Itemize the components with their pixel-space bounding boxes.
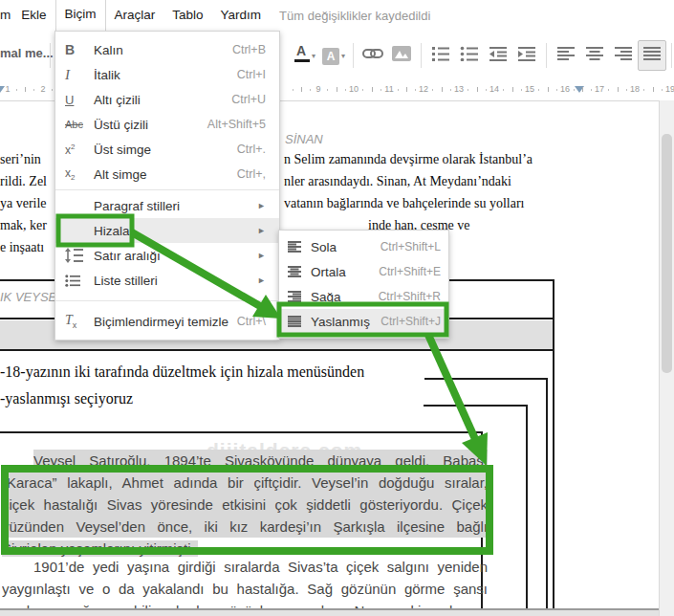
ruler-tick (503, 89, 504, 91)
toolbar-buttons: A▾A▾▾ (291, 40, 674, 71)
format-menu-item-i-talik[interactable]: IİtalikCtrl+I (55, 62, 279, 87)
ruler-tick (538, 89, 539, 91)
menu-item-label: Paragraf stilleri (94, 199, 257, 213)
paragraph-style-selector[interactable]: mal me... (0, 46, 54, 60)
ruler-tick (301, 87, 302, 92)
align-justify-button[interactable] (638, 40, 666, 71)
scrollbar-thumb[interactable] (662, 134, 672, 373)
format-menu-item-sat-r-aral-[interactable]: Satır aralığı► (55, 243, 279, 268)
ruler-tick (16, 89, 17, 91)
doc-text-fragment-left[interactable]: mak, ker (0, 218, 47, 233)
paragraph-line[interactable]: yaygınlaştı ve o da yakalandı bu hastalı… (2, 578, 488, 600)
clear-formatting-icon: Tx (65, 313, 94, 330)
ruler-tick (33, 89, 34, 91)
align-center-button[interactable] (580, 40, 609, 71)
submenu-arrow-icon: ► (257, 201, 266, 210)
vertical-scrollbar[interactable] (659, 100, 674, 616)
italic-icon: I (65, 67, 94, 83)
selected-paragraph-line[interactable]: çiçek hastalığı Sivas yöresinde etkisini… (2, 494, 488, 516)
format-menu-item-alt-izili[interactable]: UAltı çiziliCtrl+U (55, 87, 279, 112)
menu-item-label: Yaslanmış (311, 315, 380, 329)
ruler-number: 15 (525, 84, 534, 94)
insert-link-button[interactable] (359, 40, 387, 71)
ruler-tick (512, 87, 513, 92)
selected-paragraph-line[interactable]: yüzünden Veysel’den önce, iki kız kardeş… (2, 516, 488, 538)
align-left-button[interactable] (552, 40, 580, 71)
align-submenu-item-yaslanm-[interactable]: YaslanmışCtrl+Shift+J (279, 309, 448, 334)
ruler-tick (450, 89, 451, 91)
text-color-button[interactable]: A▾ (291, 40, 319, 71)
ruler-tick (582, 87, 583, 92)
highlight-color-button[interactable]: A▾ (319, 40, 348, 71)
strikethrough-icon: Abc (65, 119, 94, 130)
align-justify-icon (643, 47, 661, 64)
chevron-down-icon[interactable]: ▾ (341, 52, 345, 60)
ruler-number: 13 (454, 84, 464, 94)
format-menu-item--st-simge[interactable]: x2Üst simgeCtrl+. (55, 137, 279, 162)
align-right-icon (615, 47, 632, 64)
menu-item-shortcut: Ctrl+. (237, 143, 266, 156)
doc-text-fragment-left[interactable]: e inşaatı (0, 240, 44, 255)
menubar-item-clipped[interactable]: m (0, 0, 12, 31)
save-status-text: Tüm değişiklikler kaydedildi (279, 9, 430, 23)
menubar-item-biim[interactable]: Biçim (55, 0, 106, 33)
align-submenu-item-sa-a[interactable]: SağaCtrl+Shift+R (279, 284, 448, 309)
doc-text-fragment-left[interactable]: rildi. Zel (0, 174, 47, 189)
numbered-list-button[interactable] (426, 40, 455, 71)
chevron-down-icon[interactable]: ▾ (312, 52, 315, 60)
ruler-number: 9 (315, 84, 320, 94)
toolbar-separator (671, 43, 672, 68)
doc-heading-sinan[interactable]: SİNAN (285, 132, 323, 146)
page-bottom-gap (0, 610, 659, 616)
menu-item-shortcut: Ctrl+Shift+E (379, 265, 441, 278)
format-menu-item-alt-simge[interactable]: x2Alt simgeCtrl+, (55, 162, 279, 187)
paragraph-line[interactable]: 1901’de yedi yaşına girdiği sıralarda Si… (33, 556, 488, 578)
doc-text-fragment-right[interactable]: vatanın bağlarında ve bahçelerinde su yo… (284, 196, 525, 211)
decrease-indent-button[interactable] (484, 40, 512, 71)
align-right-button[interactable] (609, 40, 638, 71)
menubar-item-aralar[interactable]: Araçlar (106, 0, 164, 31)
bulleted-list-button[interactable] (455, 40, 484, 71)
menu-item-shortcut: Ctrl+U (231, 93, 266, 106)
ruler-tick (337, 87, 337, 92)
doc-text-fragment-right[interactable]: nler arasındaydı. Sinan, At Meydanı’ndak… (284, 174, 511, 189)
format-menu-item-paragraf-stilleri[interactable]: Paragraf stilleri► (55, 193, 279, 218)
menu-item-label: Alt simge (94, 167, 237, 182)
ruler-tick (574, 89, 575, 91)
menu-item-shortcut: Alt+Shift+5 (207, 118, 266, 131)
ruler-tick (345, 89, 346, 91)
menubar-item-yardm[interactable]: Yardım (212, 0, 271, 31)
selected-paragraph-line[interactable]: “Karaca” lakaplı, Ahmet adında bir çiftç… (2, 472, 488, 494)
align-submenu-item-ortala[interactable]: OrtalaCtrl+Shift+E (279, 259, 448, 284)
format-menu-item-hizala[interactable]: Hizala► (55, 218, 279, 243)
format-menu-item-kal-n[interactable]: BKalınCtrl+B (55, 37, 279, 62)
doc-instruction-line[interactable]: -18-yazının iki tarafında düzeltmek için… (0, 363, 364, 381)
doc-instruction-line[interactable]: -yaslanmışı seçiyoruz (0, 390, 133, 407)
ruler-tick (327, 89, 328, 91)
left-margin-marker[interactable] (0, 86, 5, 93)
align-center-icon (586, 47, 603, 64)
subscript-icon: x2 (65, 166, 94, 182)
format-menu-item--st-izili[interactable]: AbcÜstü çiziliAlt+Shift+5 (55, 112, 279, 137)
format-menu-item-liste-stilleri[interactable]: Liste stilleri► (55, 268, 279, 293)
ruler-tick (362, 89, 363, 91)
doc-text-fragment-left[interactable]: seri’nin (0, 152, 41, 167)
menubar-item-ekle[interactable]: Ekle (12, 0, 54, 31)
ruler-number: 11 (384, 84, 393, 94)
increase-indent-button[interactable] (512, 40, 541, 71)
selected-paragraph-line[interactable]: Veysel Şatıroğlu, 1894’te Sivasköyünde d… (33, 450, 488, 472)
ruler-tick (406, 87, 407, 92)
ruler-number: 16 (560, 84, 570, 94)
ruler-tick (398, 89, 399, 91)
menu-item-label: Satır aralığı (94, 249, 257, 263)
superscript-icon: x2 (65, 143, 94, 157)
ruler-tick (591, 89, 592, 91)
menu-item-label: Sağa (311, 290, 379, 304)
insert-image-button[interactable] (387, 40, 416, 71)
format-menu-item-bi-imlendirmeyi-temizle[interactable]: TxBiçimlendirmeyi temizleCtrl+\ (55, 309, 279, 334)
menubar-item-tablo[interactable]: Tablo (163, 0, 211, 31)
align-submenu-item-sola[interactable]: SolaCtrl+Shift+L (279, 234, 448, 259)
doc-text-fragment-right[interactable]: n Selim zamanında devşirme olarak İstanb… (284, 152, 533, 167)
doc-text-fragment-left[interactable]: ya verile (0, 196, 47, 211)
align-left-icon (557, 47, 575, 64)
